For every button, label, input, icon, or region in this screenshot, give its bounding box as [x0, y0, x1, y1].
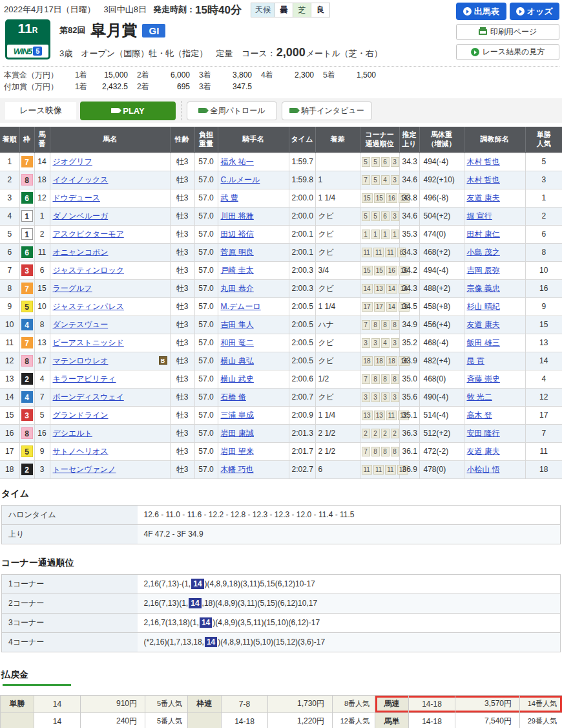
- jockey-link[interactable]: 横山 武史: [221, 374, 254, 383]
- corner-position-value: 15: [374, 193, 385, 203]
- horse-name-link[interactable]: イクイノックス: [53, 175, 109, 184]
- bracket-cell: 6: [19, 189, 34, 207]
- finish-time: 2:00.3: [289, 279, 315, 297]
- horse-name-link[interactable]: アスクビクターモア: [53, 230, 124, 239]
- corner-position-value: 18: [362, 356, 373, 366]
- jockey-cell: 石橋 脩: [218, 388, 289, 406]
- jockey-link[interactable]: 三浦 皇成: [221, 411, 254, 420]
- jockey-link[interactable]: 和田 竜二: [221, 338, 254, 347]
- horse-name-link[interactable]: ドウデュース: [53, 193, 100, 202]
- horse-name-link[interactable]: トーセンヴァンノ: [53, 465, 116, 474]
- horse-name-link[interactable]: ジオグリフ: [53, 157, 92, 166]
- corner-order-text: 2,16(7,13)(1,: [144, 599, 189, 608]
- carried-weight: 57.0: [194, 442, 218, 460]
- horse-name-link[interactable]: ジャスティンロック: [53, 266, 125, 275]
- trainer-link[interactable]: 飯田 雄三: [467, 338, 500, 347]
- jockey-link[interactable]: C.ルメール: [221, 175, 260, 184]
- horse-name-link[interactable]: ダンテスヴュー: [53, 320, 109, 329]
- trainer-link[interactable]: 吉岡 辰弥: [467, 266, 500, 275]
- jockey-link[interactable]: 横山 典弘: [221, 356, 254, 365]
- win-favorite-rank: 10: [525, 261, 562, 279]
- jockey-link[interactable]: 川田 将雅: [221, 211, 254, 220]
- horse-weight: 494(-4): [419, 261, 464, 279]
- trainer-link[interactable]: 堀 宣行: [467, 211, 492, 220]
- trainer-link[interactable]: 安田 隆行: [467, 429, 500, 438]
- jockey-cell: 三浦 皇成: [218, 406, 289, 424]
- win-favorite-rank: 1: [525, 189, 562, 207]
- horse-name-link[interactable]: ジャスティンパレス: [53, 302, 125, 311]
- trainer-link[interactable]: 友道 康夫: [467, 193, 500, 202]
- horse-name-link[interactable]: ダノンベルーガ: [53, 211, 109, 220]
- turf-value: 良: [311, 3, 329, 17]
- table-row: 736ジャスティンロック牡357.0戸崎 圭太2:00.33/415151616…: [0, 261, 562, 279]
- jockey-link[interactable]: 田辺 裕信: [221, 230, 254, 239]
- horse-weight: 472(-2): [419, 442, 464, 460]
- jockey-link[interactable]: 岩田 康誠: [221, 429, 254, 438]
- winner-highlight-badge: 14: [205, 637, 217, 647]
- jockey-link[interactable]: 吉田 隼人: [221, 320, 254, 329]
- results-guide-button[interactable]: レース結果の見方: [456, 44, 559, 60]
- patrol-video-button[interactable]: 全周パトロール: [187, 102, 277, 120]
- odds-button[interactable]: オッズ: [510, 3, 560, 20]
- entries-button[interactable]: 出馬表: [456, 3, 506, 20]
- corner-position-value: 8: [391, 447, 399, 456]
- play-button[interactable]: PLAY: [80, 102, 176, 120]
- horse-name-link[interactable]: オニャンコポン: [53, 248, 109, 257]
- trainer-link[interactable]: 友道 康夫: [467, 447, 500, 456]
- trainer-link[interactable]: 斉藤 崇史: [467, 374, 500, 383]
- print-page-button[interactable]: 印刷用ページ: [456, 24, 559, 40]
- jockey-link[interactable]: M.デムーロ: [221, 302, 261, 311]
- jockey-interview-button[interactable]: 騎手インタビュー: [282, 102, 372, 120]
- horse-name-link[interactable]: マテンロウレオ: [53, 356, 109, 365]
- last-3f-time: 33.8: [399, 189, 419, 207]
- trainer-link[interactable]: 高木 登: [467, 411, 492, 420]
- horse-weight: 488(+2): [419, 279, 464, 297]
- jockey-link[interactable]: 石橋 脩: [221, 392, 246, 401]
- trainer-cell: 堀 宣行: [464, 207, 525, 225]
- jockey-link[interactable]: 菅原 明良: [221, 248, 254, 257]
- corner-order-text: )(4,8,9,18)(3,11)5,15(6,12)10-17: [205, 579, 315, 588]
- horse-name-link[interactable]: デシエルト: [53, 429, 92, 438]
- horse-name-link[interactable]: キラーアビリティ: [53, 374, 116, 383]
- jockey-link[interactable]: 岩田 望来: [221, 447, 254, 456]
- trainer-link[interactable]: 昆 貢: [467, 356, 484, 365]
- horse-name-cell: トーセンヴァンノ: [50, 460, 170, 478]
- trainer-link[interactable]: 小桧山 悟: [467, 465, 500, 474]
- horse-name-link[interactable]: ラーグルフ: [53, 284, 92, 293]
- table-row: 2818イクイノックス牡357.0C.ルメール1:59.81754334.649…: [0, 171, 562, 189]
- trainer-link[interactable]: 田村 康仁: [467, 230, 500, 239]
- corner-position-value: 3: [391, 211, 399, 221]
- trainer-link[interactable]: 木村 哲也: [467, 157, 500, 166]
- trainer-link[interactable]: 牧 光二: [467, 392, 492, 401]
- bracket-number-badge: 3: [21, 409, 33, 421]
- carried-weight: 57.0: [194, 153, 218, 171]
- time-row-value: 4F 47.2 - 3F 34.9: [138, 524, 561, 544]
- table-row: 1048ダンテスヴュー牡357.0吉田 隼人2:00.5ハナ788834.945…: [0, 316, 562, 334]
- horse-name-link[interactable]: サトノヘリオス: [53, 447, 109, 456]
- race-name: 皐月賞: [90, 20, 137, 41]
- horse-name-link[interactable]: ビーアストニッシド: [53, 338, 124, 347]
- jockey-link[interactable]: 戸崎 圭太: [221, 266, 254, 275]
- jockey-link[interactable]: 木幡 巧也: [221, 465, 254, 474]
- corner-position-value: 14: [386, 284, 397, 294]
- jockey-cell: C.ルメール: [218, 171, 289, 189]
- corner-position-value: 8: [371, 320, 380, 330]
- trainer-link[interactable]: 小島 茂之: [467, 248, 500, 257]
- last-3f-time: 34.3: [399, 243, 419, 261]
- trainer-link[interactable]: 杉山 晴紀: [467, 302, 500, 311]
- corner-row: 2コーナー2,16(7,13)(1,14,18)(4,8,9)(3,11)(5,…: [2, 594, 561, 613]
- win-favorite-rank: 9: [525, 297, 562, 316]
- horse-name-link[interactable]: グランドライン: [53, 411, 109, 420]
- trainer-link[interactable]: 友道 康夫: [467, 320, 500, 329]
- horse-name-link[interactable]: ボーンディスウェイ: [53, 392, 124, 401]
- jockey-link[interactable]: 福永 祐一: [221, 157, 254, 166]
- jockey-link[interactable]: 武 豊: [221, 193, 238, 202]
- trainer-link[interactable]: 木村 哲也: [467, 175, 500, 184]
- trainer-link[interactable]: 宗像 義忠: [467, 284, 500, 293]
- jockey-cell: 川田 将雅: [218, 207, 289, 225]
- finish-position: 10: [0, 316, 19, 334]
- last-3f-time: 35.2: [399, 334, 419, 352]
- finish-position: 12: [0, 352, 19, 370]
- prize-value: 2,432.5: [94, 82, 128, 91]
- jockey-link[interactable]: 丸田 恭介: [221, 284, 254, 293]
